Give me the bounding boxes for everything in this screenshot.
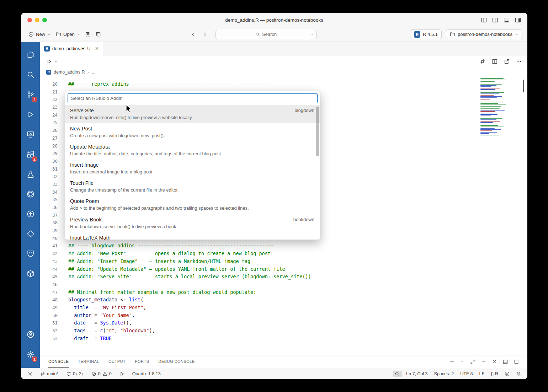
sidebar-item-review[interactable] bbox=[21, 225, 40, 245]
open-in-new-window-icon[interactable] bbox=[504, 59, 510, 64]
sidebar-item-sessions[interactable] bbox=[21, 125, 40, 145]
quickpick-input[interactable] bbox=[68, 94, 317, 103]
sidebar-item-explorer[interactable] bbox=[21, 45, 40, 65]
status-notifications[interactable] bbox=[514, 371, 523, 377]
breadcrumb-file[interactable]: demo_addins.R bbox=[54, 70, 85, 75]
minimize-window-button[interactable] bbox=[35, 18, 39, 22]
restore-layout-icon[interactable] bbox=[514, 359, 519, 364]
panel-tab-debug-console[interactable]: DEBUG CONSOLE bbox=[158, 355, 195, 368]
tab-demo-addins[interactable]: R demo_addins.R U × bbox=[40, 42, 103, 55]
line-number: 52 bbox=[40, 327, 58, 335]
breadcrumb[interactable]: R demo_addins.R › … bbox=[40, 68, 527, 77]
minimize-panel-icon[interactable] bbox=[481, 359, 486, 364]
compare-changes-icon[interactable] bbox=[480, 59, 485, 64]
sidebar-item-package[interactable] bbox=[21, 264, 40, 284]
code-line-51[interactable]: 51 date = Sys.Date(), bbox=[40, 319, 527, 327]
status-cursor-position-label: Ln 7, Col 3 bbox=[406, 371, 427, 376]
minimap[interactable] bbox=[480, 78, 512, 136]
code-line-42[interactable]: 42## Addin: "New Post" – opens a dialog … bbox=[40, 250, 527, 258]
save-icon[interactable] bbox=[83, 30, 93, 38]
close-tab-icon[interactable]: × bbox=[95, 45, 99, 52]
quickpick-item-serve-site[interactable]: Serve SiteRun blogdown::serve_site() to … bbox=[65, 105, 320, 123]
sidebar-item-account[interactable] bbox=[21, 325, 40, 345]
status-problems[interactable]: 00 bbox=[89, 371, 114, 377]
quickpick-item-input-latex-math[interactable]: Input LaTeX Math bbox=[65, 232, 320, 240]
workspace-button[interactable]: positron-demos-notebooks bbox=[446, 29, 522, 39]
line-content: title = "My First Post", bbox=[58, 304, 146, 312]
status-indentation[interactable]: Spaces: 2 bbox=[432, 371, 456, 377]
status-quarto-run[interactable] bbox=[117, 371, 127, 377]
status-quarto-version[interactable]: Quarto: 1.8.13 bbox=[130, 371, 163, 377]
quickpick-item-update-metadata[interactable]: Update MetadataUpdate the title, author,… bbox=[65, 141, 320, 160]
panel-tab-console[interactable]: CONSOLE bbox=[48, 355, 69, 368]
code-line-50[interactable]: 50 author = "Your Name", bbox=[40, 312, 527, 319]
code-line-52[interactable]: 52 tags = c("r", "blogdown"), bbox=[40, 327, 527, 335]
status-git-branch[interactable]: main* bbox=[38, 371, 60, 377]
panel-tab-terminal[interactable]: TERMINAL bbox=[78, 355, 99, 368]
close-panel-icon[interactable] bbox=[492, 359, 497, 364]
breadcrumb-symbol[interactable]: … bbox=[91, 70, 96, 75]
status-feedback[interactable] bbox=[502, 371, 512, 377]
customize-layout-icon[interactable] bbox=[481, 17, 487, 23]
status-remote-indicator[interactable] bbox=[25, 371, 34, 377]
code-line-53[interactable]: 53 draft = TRUE bbox=[40, 335, 527, 343]
quickpick-item-touch-file[interactable]: Touch FileChange the timestamp of the cu… bbox=[65, 178, 320, 196]
console-dropdown-icon[interactable] bbox=[461, 360, 464, 364]
sidebar-item-testing[interactable] bbox=[21, 165, 40, 185]
quickpick-item-new-post[interactable]: New PostCreate a new post with blogdown:… bbox=[65, 123, 320, 141]
sidebar-item-settings[interactable]: 1 bbox=[21, 345, 40, 365]
zoom-window-button[interactable] bbox=[42, 18, 47, 22]
interpreter-button[interactable]: R R 4.5.1 bbox=[410, 29, 442, 39]
quickpick-item-description: Create a new post with blogdown::new_pos… bbox=[70, 132, 315, 139]
maximize-panel-icon[interactable] bbox=[470, 359, 475, 364]
editor-scrollbar[interactable] bbox=[523, 80, 524, 92]
close-window-button[interactable] bbox=[27, 18, 32, 22]
sidebar-item-extensions[interactable]: 2 bbox=[21, 145, 40, 165]
status-zoom-control[interactable] bbox=[393, 371, 402, 377]
code-line-48[interactable]: 48blogpost_metadata <- list( bbox=[40, 296, 527, 304]
navigate-forward-icon[interactable] bbox=[199, 31, 211, 38]
new-console-icon[interactable] bbox=[449, 359, 454, 364]
warning-icon bbox=[102, 371, 107, 376]
code-line-41[interactable]: 41## ---- blogdown addins --------------… bbox=[40, 242, 527, 250]
split-editor-icon[interactable] bbox=[492, 59, 498, 64]
chevron-down-icon[interactable] bbox=[310, 33, 314, 37]
navigate-back-icon[interactable] bbox=[188, 31, 199, 38]
split-editor-layout-icon[interactable] bbox=[492, 17, 498, 23]
open-button[interactable]: Open bbox=[53, 30, 83, 38]
more-actions-icon[interactable] bbox=[516, 59, 522, 64]
code-line-44[interactable]: 44## Addin: "Update Metadata" – updates … bbox=[40, 265, 527, 273]
panel-layout-icon[interactable] bbox=[503, 359, 508, 364]
toggle-panel-icon[interactable] bbox=[504, 17, 510, 23]
quickpick-item-insert-image[interactable]: Insert ImageInsert an external image int… bbox=[65, 160, 320, 178]
toggle-secondary-sidebar-icon[interactable] bbox=[515, 17, 521, 23]
search-input[interactable]: Search bbox=[216, 30, 317, 39]
sidebar-item-run-debug[interactable] bbox=[21, 105, 40, 125]
sidebar-item-github[interactable] bbox=[21, 185, 40, 205]
run-file-icon[interactable] bbox=[46, 58, 53, 65]
sidebar-item-publish[interactable] bbox=[21, 205, 40, 225]
status-cursor-position[interactable]: Ln 7, Col 3 bbox=[404, 371, 430, 377]
code-line-45[interactable]: 45## Addin: "Serve Site" – starts a loca… bbox=[40, 273, 527, 281]
status-language-mode[interactable]: {} R bbox=[489, 371, 500, 377]
code-line-47[interactable]: 47## Minimal front matter example a new … bbox=[40, 289, 527, 296]
new-button[interactable]: New bbox=[26, 30, 53, 38]
save-all-icon[interactable] bbox=[93, 30, 103, 38]
interpreter-version: R 4.5.1 bbox=[423, 32, 438, 37]
code-line-20[interactable]: 20## ---- reprex addins ----------------… bbox=[40, 80, 527, 88]
sidebar-item-search[interactable] bbox=[21, 65, 40, 85]
sidebar-item-source-control[interactable]: 4 bbox=[21, 85, 40, 105]
code-line-43[interactable]: 43## Addin: "Insert Image" – inserts a M… bbox=[40, 258, 527, 265]
code-line-46[interactable]: 46 bbox=[40, 281, 527, 289]
quickpick-item-quote-poem[interactable]: Quote PoemAdd > to the beginning of sele… bbox=[65, 196, 320, 214]
status-encoding[interactable]: UTF-8 bbox=[458, 371, 475, 377]
status-eol[interactable]: LF bbox=[477, 371, 487, 377]
status-git-sync[interactable]: 0↓ 2↑ bbox=[64, 371, 86, 377]
code-line-49[interactable]: 49 title = "My First Post", bbox=[40, 304, 527, 312]
panel-tab-output[interactable]: OUTPUT bbox=[108, 355, 126, 368]
run-dropdown-icon[interactable] bbox=[53, 59, 59, 64]
sidebar-item-assistant[interactable] bbox=[21, 245, 40, 264]
quickpick-scrollbar[interactable] bbox=[316, 107, 319, 156]
quickpick-item-preview-book[interactable]: Preview BookRun bookdown::serve_book() t… bbox=[65, 214, 320, 232]
panel-tab-ports[interactable]: PORTS bbox=[135, 355, 149, 368]
